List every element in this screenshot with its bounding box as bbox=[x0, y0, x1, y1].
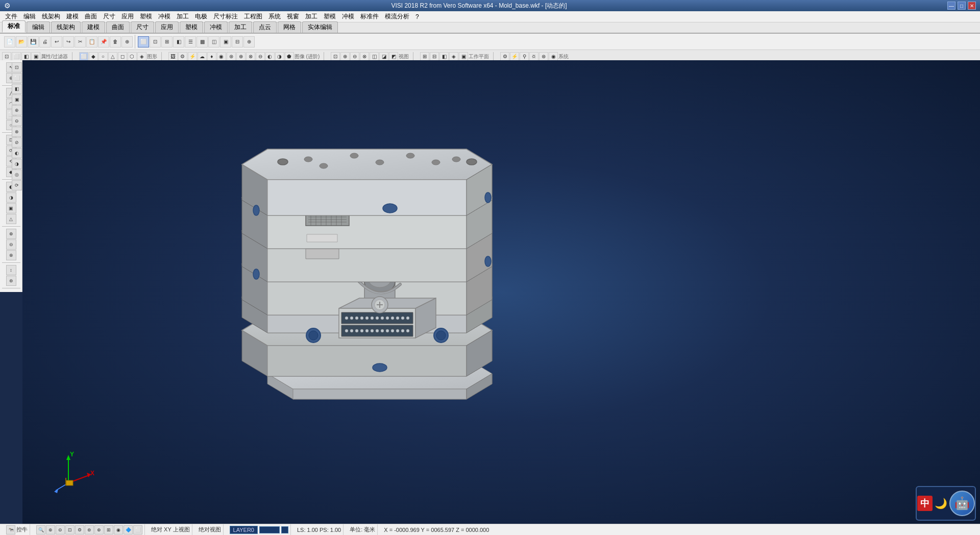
tab-apply[interactable]: 应用 bbox=[155, 21, 179, 33]
tb2-shape3[interactable]: ○ bbox=[99, 52, 108, 61]
tb-view5[interactable]: ⊕ bbox=[243, 36, 255, 47]
status-icon-10[interactable]: 🔷 bbox=[124, 525, 133, 534]
status-icon-6[interactable]: ⊛ bbox=[85, 525, 94, 534]
lt-analyze[interactable]: ⊛ bbox=[6, 276, 16, 286]
tab-dimension[interactable]: 尺寸 bbox=[131, 21, 154, 33]
menu-stamp2[interactable]: 冲模 bbox=[339, 11, 357, 22]
tb2-sys3[interactable]: ⚲ bbox=[520, 52, 529, 61]
tb-save[interactable]: 💾 bbox=[28, 36, 39, 47]
tb-shade[interactable]: ◧ bbox=[173, 36, 184, 47]
tb-3d[interactable]: ☰ bbox=[185, 36, 196, 47]
tb2-img1[interactable]: 🖼 bbox=[168, 52, 178, 61]
status-icon-7[interactable]: ⊕ bbox=[94, 525, 104, 534]
lt-right-5[interactable]: ⊕ bbox=[12, 105, 22, 115]
tb2-view6[interactable]: ◪ bbox=[379, 52, 388, 61]
tb2-view2[interactable]: ⊕ bbox=[340, 52, 350, 61]
tb-open[interactable]: 📂 bbox=[16, 36, 27, 47]
menu-machining2[interactable]: 加工 bbox=[302, 11, 321, 22]
tb-copy[interactable]: 📋 bbox=[86, 36, 97, 47]
tab-edit[interactable]: 编辑 bbox=[27, 21, 50, 33]
status-icon-2[interactable]: ⊕ bbox=[46, 525, 55, 534]
tb2-shape7[interactable]: ◈ bbox=[137, 52, 146, 61]
menu-dim-annotation[interactable]: 尺寸标注 bbox=[210, 11, 241, 22]
menu-engineering[interactable]: 工程图 bbox=[241, 11, 265, 22]
lt-right-10[interactable]: ◑ bbox=[12, 159, 22, 169]
lt-right-6[interactable]: ⊖ bbox=[12, 116, 22, 126]
tb2-view5[interactable]: ◫ bbox=[370, 52, 379, 61]
tb-view3[interactable]: ▣ bbox=[220, 36, 231, 47]
lt-right-2[interactable]: ⬜ bbox=[12, 73, 22, 83]
tb-new[interactable]: 📄 bbox=[4, 36, 15, 47]
status-icon-4[interactable]: ⊡ bbox=[65, 525, 75, 534]
menu-machining[interactable]: 加工 bbox=[174, 11, 192, 22]
tab-model[interactable]: 建模 bbox=[82, 21, 105, 33]
tb2-sys2[interactable]: ⚡ bbox=[510, 52, 519, 61]
layer-box[interactable]: LAYER0 bbox=[230, 526, 258, 534]
tb2-wp4[interactable]: ◈ bbox=[449, 52, 458, 61]
tb2-shape2[interactable]: ◆ bbox=[89, 52, 98, 61]
lt-chamfer[interactable]: ◑ bbox=[6, 192, 16, 203]
viewport[interactable]: Y X bbox=[22, 60, 980, 524]
tb2-img9[interactable]: ⊗ bbox=[246, 52, 255, 61]
status-icon-8[interactable]: ⊞ bbox=[104, 525, 113, 534]
tab-machining[interactable]: 加工 bbox=[229, 21, 252, 33]
menu-stamp[interactable]: 冲模 bbox=[155, 11, 174, 22]
tb-select[interactable]: ⊕ bbox=[121, 36, 133, 47]
menu-system[interactable]: 系统 bbox=[265, 11, 284, 22]
lt-right-9[interactable]: ◐ bbox=[12, 148, 22, 158]
menu-view[interactable]: 视窗 bbox=[284, 11, 302, 22]
lt-boolean-union[interactable]: ⊕ bbox=[6, 229, 16, 239]
menu-plastic[interactable]: 塑模 bbox=[137, 11, 155, 22]
tb-view2[interactable]: ◫ bbox=[208, 36, 219, 47]
tb-box[interactable]: ⬜ bbox=[138, 36, 149, 47]
lt-draft[interactable]: △ bbox=[6, 214, 16, 224]
tb-delete[interactable]: 🗑 bbox=[110, 36, 121, 47]
tb-undo[interactable]: ↩ bbox=[51, 36, 62, 47]
tb2-view4[interactable]: ⊗ bbox=[360, 52, 369, 61]
tab-solid-edit[interactable]: 实体编辑 bbox=[302, 21, 338, 33]
status-ctrl-icon[interactable]: 🐄 bbox=[6, 525, 15, 534]
tb-view1[interactable]: ▩ bbox=[197, 36, 208, 47]
tab-pointcloud[interactable]: 点云 bbox=[253, 21, 277, 33]
menu-help[interactable]: ? bbox=[412, 12, 422, 21]
status-icon-11[interactable]: ⬜ bbox=[133, 525, 142, 534]
tb2-wp1[interactable]: ⊞ bbox=[420, 52, 429, 61]
tb2-wp3[interactable]: ◧ bbox=[439, 52, 449, 61]
lt-right-11[interactable]: ◎ bbox=[12, 169, 22, 180]
tb2-sys6[interactable]: ◉ bbox=[549, 52, 558, 61]
menu-build[interactable]: 建模 bbox=[63, 11, 82, 22]
tb2-sys1[interactable]: ⚙ bbox=[500, 52, 509, 61]
tb2-img4[interactable]: ☁ bbox=[198, 52, 207, 61]
lt-right-8[interactable]: ⊘ bbox=[12, 137, 22, 148]
tb2-img6[interactable]: ◉ bbox=[217, 52, 226, 61]
lt-right-3[interactable]: ◧ bbox=[12, 84, 22, 94]
tb-print[interactable]: 🖨 bbox=[39, 36, 51, 47]
menu-plastic2[interactable]: 塑模 bbox=[321, 11, 339, 22]
tb-cut[interactable]: ✂ bbox=[75, 36, 86, 47]
tb2-img11[interactable]: ◐ bbox=[265, 52, 275, 61]
tb-paste[interactable]: 📌 bbox=[98, 36, 109, 47]
tb2-sys5[interactable]: ⊛ bbox=[539, 52, 548, 61]
tb2-wp5[interactable]: ▣ bbox=[459, 52, 468, 61]
tb2-1[interactable]: ⊡ bbox=[2, 52, 11, 61]
tb2-img2[interactable]: ⚙ bbox=[178, 52, 187, 61]
lt-shell[interactable]: ▣ bbox=[6, 203, 16, 213]
tb2-img8[interactable]: ⊕ bbox=[236, 52, 246, 61]
tb2-shape5[interactable]: ◻ bbox=[118, 52, 127, 61]
close-button[interactable]: ✕ bbox=[968, 2, 976, 10]
menu-dimension[interactable]: 尺寸 bbox=[100, 11, 118, 22]
tab-plastic[interactable]: 塑模 bbox=[180, 21, 203, 33]
lt-right-4[interactable]: ▣ bbox=[12, 94, 22, 105]
tab-mesh[interactable]: 网格 bbox=[278, 21, 301, 33]
status-icon-9[interactable]: ◉ bbox=[114, 525, 123, 534]
tb2-img5[interactable]: ♦ bbox=[207, 52, 216, 61]
lt-right-7[interactable]: ⊗ bbox=[12, 127, 22, 137]
lt-boolean-sub[interactable]: ⊖ bbox=[6, 239, 16, 250]
lt-right-12[interactable]: ⟳ bbox=[12, 180, 22, 190]
tab-standard[interactable]: 标准 bbox=[2, 20, 26, 33]
menu-standard-parts[interactable]: 标准件 bbox=[357, 11, 382, 22]
tb2-shape4[interactable]: △ bbox=[108, 52, 117, 61]
tb2-view1[interactable]: ⊡ bbox=[331, 52, 340, 61]
minimize-button[interactable]: — bbox=[947, 2, 955, 10]
tab-stamp[interactable]: 冲模 bbox=[204, 21, 228, 33]
